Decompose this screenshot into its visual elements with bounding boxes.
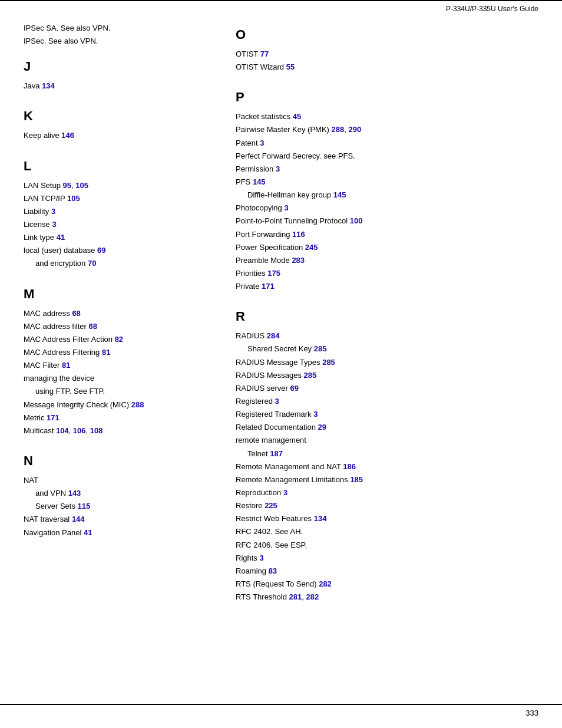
link-related-documentation[interactable]: 29 — [318, 423, 326, 431]
entry-radius-message-types: RADIUS Message Types 285 — [236, 357, 538, 368]
link-remote-management-limitations[interactable]: 185 — [350, 475, 363, 484]
link-remote-management-nat[interactable]: 186 — [343, 462, 356, 471]
entry-mac-address-filtering: MAC Address Filtering 81 — [24, 347, 212, 358]
link-otist-wizard[interactable]: 55 — [286, 62, 295, 71]
link-telnet[interactable]: 187 — [270, 449, 283, 458]
link-radius-server[interactable]: 69 — [290, 384, 298, 393]
link-photocopying[interactable]: 3 — [284, 203, 288, 212]
entry-otist: OTIST 77 — [236, 48, 538, 60]
link-rights[interactable]: 3 — [259, 554, 263, 562]
right-column: O OTIST 77 OTIST Wizard 55 P Packet stat… — [236, 22, 538, 620]
link-packet-statistics[interactable]: 45 — [293, 112, 301, 121]
link-metric[interactable]: 171 — [47, 413, 59, 422]
link-java[interactable]: 134 — [42, 81, 55, 90]
page: P-334U/P-335U User's Guide IPSec SA. See… — [0, 0, 562, 728]
link-link-type[interactable]: 41 — [57, 233, 65, 242]
entry-mic: Message Integrity Check (MIC) 288 — [24, 399, 212, 411]
link-private[interactable]: 171 — [262, 282, 275, 291]
link-multicast-1[interactable]: 104 — [56, 426, 69, 435]
entry-link-type: Link type 41 — [24, 232, 212, 243]
letter-j: J — [24, 59, 212, 74]
link-registered-trademark[interactable]: 3 — [313, 410, 318, 419]
entry-nat-vpn: and VPN 143 — [24, 487, 212, 499]
section-o: O OTIST 77 OTIST Wizard 55 — [236, 27, 538, 73]
link-multicast-3[interactable]: 108 — [90, 426, 103, 435]
link-license[interactable]: 3 — [52, 220, 56, 229]
entry-restore: Restore 225 — [236, 500, 538, 512]
page-header: P-334U/P-335U User's Guide — [0, 0, 562, 17]
letter-l: L — [24, 159, 212, 174]
link-pmk-2[interactable]: 290 — [348, 125, 361, 134]
section-l: L LAN Setup 95, 105 LAN TCP/IP 105 Liabi… — [24, 159, 212, 270]
letter-k: K — [24, 108, 212, 124]
link-rts-threshold-2[interactable]: 282 — [306, 592, 319, 601]
link-rts[interactable]: 282 — [319, 579, 332, 588]
link-lan-tcpip[interactable]: 105 — [67, 194, 80, 203]
left-column: IPSec SA. See also VPN. IPSec. See also … — [24, 22, 212, 620]
entry-restrict-web-features: Restrict Web Features 134 — [236, 513, 538, 525]
entry-nat-traversal: NAT traversal 144 — [24, 513, 212, 525]
link-nat-traversal[interactable]: 144 — [72, 515, 85, 523]
link-port-forwarding[interactable]: 116 — [292, 230, 305, 239]
link-restrict-web-features[interactable]: 134 — [314, 514, 327, 523]
link-mac-address-filter-action[interactable]: 82 — [115, 335, 123, 344]
link-lan-setup[interactable]: 95 — [63, 181, 71, 190]
entry-multicast: Multicast 104, 106, 108 — [24, 425, 212, 437]
link-patent[interactable]: 3 — [260, 139, 264, 147]
link-radius-message-types[interactable]: 285 — [322, 358, 335, 367]
link-mac-filter[interactable]: 81 — [62, 361, 70, 370]
entry-mac-address-filter: MAC address filter 68 — [24, 321, 212, 332]
entry-using-ftp: using FTP. See FTP. — [24, 386, 212, 397]
link-shared-secret-key[interactable]: 285 — [314, 344, 327, 353]
link-preamble-mode[interactable]: 283 — [292, 256, 305, 265]
link-reproduction[interactable]: 3 — [283, 488, 287, 497]
link-roaming[interactable]: 83 — [269, 566, 277, 575]
link-diffie-hellman[interactable]: 145 — [333, 190, 346, 199]
link-pfs[interactable]: 145 — [253, 177, 266, 186]
letter-p: P — [236, 90, 538, 105]
intro-entry-2: IPSec. See also VPN. — [24, 35, 212, 47]
link-liability[interactable]: 3 — [51, 207, 55, 216]
link-nat-vpn[interactable]: 143 — [68, 489, 81, 498]
entry-registered: Registered 3 — [236, 396, 538, 407]
link-mac-address[interactable]: 68 — [72, 309, 80, 318]
entry-photocopying: Photocopying 3 — [236, 202, 538, 214]
entry-rts: RTS (Request To Send) 282 — [236, 578, 538, 590]
entry-radius-messages: RADIUS Messages 285 — [236, 370, 538, 381]
link-nat-server-sets[interactable]: 115 — [78, 502, 91, 510]
link-otist[interactable]: 77 — [260, 50, 269, 58]
entry-keep-alive: Keep alive 146 — [24, 130, 212, 141]
link-restore[interactable]: 225 — [265, 501, 277, 510]
entry-priorities: Priorities 175 — [236, 268, 538, 279]
section-k: K Keep alive 146 — [24, 108, 212, 141]
entry-managing-device: managing the device — [24, 373, 212, 384]
link-permission[interactable]: 3 — [276, 164, 280, 173]
entry-local-database: local (user) database 69 — [24, 245, 212, 256]
letter-n: N — [24, 453, 212, 469]
link-multicast-2[interactable]: 106 — [73, 426, 86, 435]
section-j: J Java 134 — [24, 59, 212, 92]
link-navigation-panel[interactable]: 41 — [84, 528, 92, 537]
entry-shared-secret-key: Shared Secret Key 285 — [236, 343, 538, 355]
link-local-database[interactable]: 69 — [97, 246, 105, 255]
link-mic[interactable]: 288 — [131, 400, 144, 409]
link-pmk-1[interactable]: 288 — [332, 125, 345, 134]
entry-license: License 3 — [24, 219, 212, 230]
link-radius[interactable]: 284 — [267, 331, 280, 340]
link-radius-messages[interactable]: 285 — [304, 371, 317, 380]
link-power-specification[interactable]: 245 — [305, 243, 318, 252]
link-mac-address-filtering[interactable]: 81 — [102, 348, 110, 357]
entry-private: Private 171 — [236, 281, 538, 292]
entry-mac-filter: MAC Filter 81 — [24, 360, 212, 371]
link-registered[interactable]: 3 — [275, 397, 279, 406]
entry-reproduction: Reproduction 3 — [236, 487, 538, 499]
entry-rts-threshold: RTS Threshold 281, 282 — [236, 591, 538, 603]
link-keep-alive[interactable]: 146 — [61, 131, 74, 140]
link-priorities[interactable]: 175 — [267, 269, 280, 278]
link-pptp[interactable]: 100 — [350, 216, 363, 225]
entry-rfc-2402: RFC 2402. See AH. — [236, 526, 538, 538]
link-and-encryption[interactable]: 70 — [88, 259, 96, 268]
link-rts-threshold-1[interactable]: 281 — [289, 592, 302, 601]
link-mac-address-filter[interactable]: 68 — [89, 322, 97, 331]
link-lan-setup-2[interactable]: 105 — [75, 181, 88, 190]
